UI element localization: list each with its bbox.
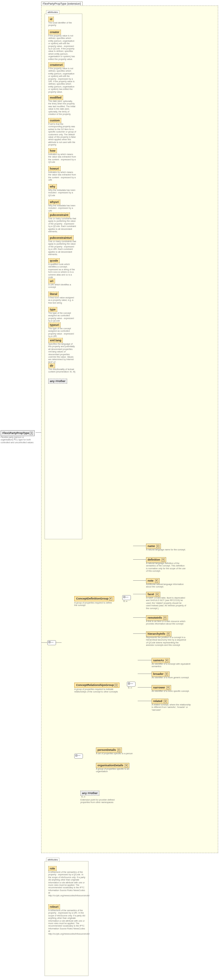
attr-uri[interactable]: uri [48, 278, 55, 283]
attr-desc: One or many constraints that apply to pu… [48, 240, 76, 256]
attr-desc: If the property value is not defined, sp… [48, 67, 76, 93]
cdg-desc: A link to an item or a web resource whic… [146, 620, 186, 625]
crg-desc: A group of properties required to indica… [74, 688, 120, 694]
sequence-icon[interactable] [127, 682, 135, 687]
attr-desc: A refinement of the semantics of the pro… [48, 909, 85, 935]
expand-icon[interactable]: + [114, 684, 117, 687]
attr-desc: A free-form value assigned as a property… [48, 296, 76, 304]
sequence-icon[interactable] [122, 595, 131, 600]
cardinality: 0..∞ [128, 687, 132, 689]
attr-desc: The local identifier of the property [48, 22, 76, 27]
cdg-desc: Represents the position of a concept in … [146, 636, 186, 647]
diagram-canvas: Flex1PartyPropType+ Flexible party (pers… [0, 0, 220, 980]
attr-desc: One or many constraints that apply to pu… [48, 218, 76, 233]
attr-desc: If set to true the corresponding propert… [48, 123, 76, 146]
extension-title: FlexPartyPropType (extension) [41, 2, 83, 6]
ext-desc: Extension point for provider-defined pro… [80, 799, 117, 804]
detail-desc: A set of properties specific to a person [96, 752, 136, 755]
cdg-facet[interactable]: facet + [146, 592, 160, 597]
crg-broader[interactable]: broader + [152, 671, 170, 677]
concept-definition-group[interactable]: ConceptDefinitionGroup+ [74, 596, 114, 601]
attr-type[interactable]: type [48, 307, 57, 312]
crg-sameAs[interactable]: sameAs + [152, 658, 170, 663]
attr-desc: A URI which identifies a concept [48, 283, 76, 289]
any-other-attr[interactable]: any ##other [48, 379, 67, 383]
attr-desc: Why the metadata has been included - exp… [48, 189, 76, 197]
crg-desc: An identifier of a more specific concept… [152, 690, 192, 692]
attributes-label: attributes [46, 10, 59, 14]
detail-personDetails[interactable]: personDetails + [96, 748, 122, 752]
attr-creatoruri[interactable]: creatoruri [48, 62, 64, 67]
attributes-label: attributes [46, 858, 59, 862]
cdg-name[interactable]: name + [146, 544, 161, 549]
crg-desc: An identifier of a more generic concept. [152, 676, 192, 679]
attr-desc: Indicates by which means the value was e… [48, 171, 76, 181]
attr-desc: Specifies the language of this property … [48, 343, 76, 364]
cdg-desc: A group of properties required to define… [74, 601, 114, 607]
attr-custom[interactable]: custom [48, 118, 61, 123]
attr-desc: A qualified code which identifies a conc… [48, 263, 76, 278]
attr-id[interactable]: id [48, 17, 54, 22]
cdg-hierarchyInfo[interactable]: hierarchyInfo + [146, 631, 172, 636]
crg-desc: A related concept, where the relationshi… [152, 703, 192, 711]
attr-desc: The directionality of textual content (e… [48, 368, 76, 374]
any-other-node[interactable]: any ##other [80, 791, 100, 795]
sequence-icon[interactable] [47, 640, 56, 645]
attr-why[interactable]: why [48, 184, 57, 189]
attr-modified[interactable]: modified [48, 95, 63, 100]
attr-whyuri[interactable]: whyuri [48, 199, 60, 204]
cdg-definition[interactable]: definition + [146, 557, 166, 562]
attr-roleuri[interactable]: roleuri [48, 904, 60, 909]
cdg-desc: In NAR 1.8 and later, facet is deprecate… [146, 597, 186, 610]
root-label: Flex1PartyPropType [2, 431, 29, 434]
attr-desc: The type of the concept assigned as cont… [48, 312, 76, 323]
concept-relationships-group[interactable]: ConceptRelationshipsGroup+ [74, 682, 119, 688]
attr-desc: Indicates by which means the value was e… [48, 153, 76, 164]
attr-desc: A refinement of the semantics of the pro… [48, 871, 85, 897]
attr-howuri[interactable]: howuri [48, 166, 61, 171]
attr-creator[interactable]: creator [48, 30, 61, 35]
attr-pubconstrainturi[interactable]: pubconstrainturi [48, 235, 74, 240]
attr-typeuri[interactable]: typeuri [48, 323, 61, 328]
attr-how[interactable]: how [48, 148, 57, 153]
detail-desc: A group of properties specific to an org… [96, 768, 136, 773]
cardinality: 0..∞ [81, 795, 85, 798]
crg-related[interactable]: related + [152, 698, 168, 704]
choice-icon[interactable] [74, 754, 83, 759]
detail-organisationDetails[interactable]: organisationDetails + [96, 763, 129, 768]
cardinality: 0..∞ [124, 600, 127, 602]
crg-narrower[interactable]: narrower + [152, 685, 171, 690]
cdg-remoteInfo[interactable]: remoteInfo + [146, 615, 168, 620]
attr-pubconstraint[interactable]: pubconstraint [48, 213, 70, 218]
attr-xml:lang[interactable]: xml:lang [48, 338, 63, 343]
attr-qcode[interactable]: qcode [48, 258, 60, 263]
attr-role[interactable]: role [48, 866, 57, 871]
attr-literal[interactable]: literal [48, 291, 59, 296]
attr-desc: The date (and, optionally, the time) whe… [48, 100, 76, 116]
cdg-desc: Additional natural language information … [146, 583, 186, 589]
attr-dir[interactable]: dir [48, 363, 55, 368]
root-desc: Flexible party (person or organisation) … [1, 436, 35, 444]
cdg-desc: A natural language definition of the sem… [146, 562, 186, 573]
crg-desc: An identifier of a concept with equivale… [152, 663, 192, 668]
cdg-note[interactable]: note + [146, 578, 160, 584]
root-type-node[interactable]: Flex1PartyPropType+ [1, 430, 35, 436]
expand-icon[interactable]: + [109, 597, 112, 600]
attr-desc: Why the metadata has been included - exp… [48, 204, 76, 212]
attr-desc: The type of the concept assigned as cont… [48, 328, 76, 338]
expand-icon[interactable]: + [30, 432, 33, 435]
cdg-desc: A natural language name for the concept. [146, 549, 186, 551]
attr-desc: If the property value is not defined, sp… [48, 35, 76, 60]
